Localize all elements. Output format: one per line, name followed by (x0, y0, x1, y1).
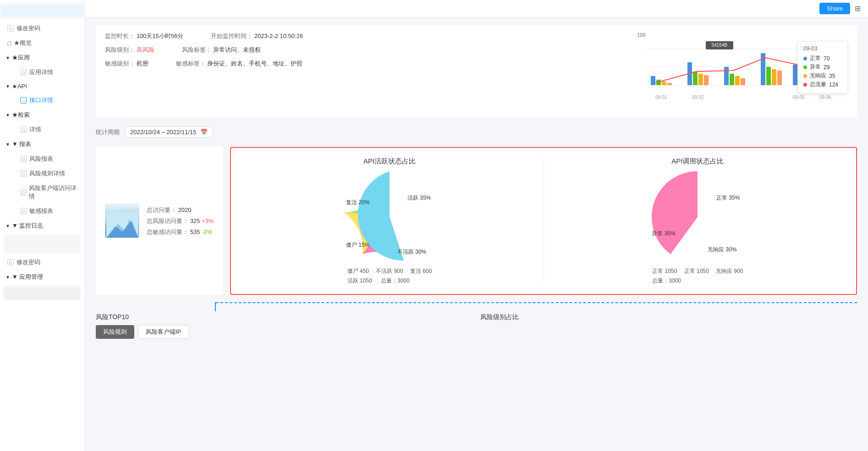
landscape-svg (106, 212, 138, 238)
tooltip-item-normal: 正常 70 (803, 54, 842, 62)
pie-active-title: API活跃状态占比 (363, 157, 416, 166)
start-time-label: 开始监控时间： (211, 33, 253, 39)
total-risk-change: +3% (202, 217, 214, 224)
pie-active-legend: 僵尸 450 不活跃 900 复活 600 活跃 1050 总量：3000 (347, 267, 432, 285)
monitor-risk-level: 风险级别： 高风险 (105, 46, 154, 54)
svg-rect-16 (766, 67, 771, 85)
risk-top10-section: 风险TOP10 风险规则 风险客户端IP (96, 313, 473, 339)
sidebar-group-search[interactable]: ▼ ★检索 (0, 108, 84, 122)
total-visits-label: 总访问量： (147, 206, 176, 213)
sidebar-item-label: 接口详情 (29, 96, 53, 104)
main-scroll-area: 监控时长： 100天15小时56分 开始监控时间： 2023-2-2 10:50… (85, 17, 868, 451)
period-value: 2022/10/24 – 2022/11/15 (130, 129, 197, 136)
sidebar-sub-report: □ 风险报表 □ 风险规则详情 □ 风险客户端访问详情 □ 敏感报表 (0, 152, 84, 218)
call-legend-row-1: 正常 1050 正常 1050 无响应 900 (652, 267, 743, 275)
total-sensitive-line: 总敏感访问量： 535 -2% (147, 228, 214, 236)
share-button[interactable]: Share (819, 3, 850, 14)
sidebar-item-risk-rule-detail[interactable]: □ 风险规则详情 (13, 166, 84, 181)
tooltip-dot-total (803, 83, 807, 87)
tab-risk-clients[interactable]: 风险客户端IP (138, 325, 189, 339)
overview-stats: 总访问量： 2020 总风险访问量： 325 +3% 总敏感访问量： 535 -… (147, 206, 214, 236)
svg-rect-8 (693, 71, 698, 85)
sidebar-group-label: ★API (12, 83, 27, 90)
sidebar-item-sensitive-report[interactable]: □ 敏感报表 (13, 204, 84, 218)
doc-icon: □ (20, 156, 27, 162)
sidebar-item-modify-pwd-1[interactable]: □ 修改密码 (0, 21, 84, 36)
sidebar-item-label: ★概览 (14, 39, 32, 47)
pie-call-title: API调用状态占比 (671, 157, 724, 166)
tooltip-dot-noresp (803, 74, 807, 78)
star-icon: □ (7, 40, 11, 47)
total-risk-label: 总风险访问量： (147, 217, 188, 224)
bottom-section: 风险TOP10 风险规则 风险客户端IP 风险级别占比 (96, 311, 857, 339)
legend-revived: 复活 600 (410, 268, 432, 274)
tooltip-title: 09-03 (803, 45, 842, 52)
doc-icon: □ (20, 189, 26, 196)
sidebar-group-label: ▼ 监控日志 (12, 222, 43, 230)
label-revived: 复活 20% (346, 199, 369, 206)
arrow-icon: ▼ (5, 142, 10, 147)
period-picker[interactable]: 2022/10/24 – 2022/11/15 📅 (125, 126, 213, 138)
svg-rect-3 (651, 76, 655, 85)
tooltip-value-noresp: 35 (829, 73, 835, 79)
sidebar-item-label: 风险客户端访问详情 (29, 184, 77, 201)
duration-value: 100天15小时56分 (137, 33, 184, 39)
doc-icon: □ (20, 97, 27, 103)
sidebar-group-app[interactable]: ▼ ★应用 (0, 50, 84, 65)
monitor-sensitive-level: 敏感级别： 机密 (105, 60, 148, 68)
pie-active-container: API活跃状态占比 活跃 3 (245, 157, 534, 285)
monitor-row-1: 监控时长： 100天15小时56分 开始监控时间： 2023-2-2 10:50… (105, 32, 630, 40)
svg-rect-17 (772, 69, 776, 85)
svg-rect-14 (741, 78, 745, 85)
sidebar-group-monitor-log[interactable]: ▼ ▼ 监控日志 (0, 218, 84, 233)
pie-active-labels: 活跃 35% 不活跃 30% 僵尸 15% 复活 20% (344, 190, 435, 263)
sidebar-item-label: 修改密码 (16, 258, 40, 266)
sidebar-item-overview[interactable]: □ ★概览 (0, 36, 84, 50)
doc-icon: □ (20, 170, 27, 177)
overview-pie-row: 总访问量： 2020 总风险访问量： 325 +3% 总敏感访问量： 535 -… (96, 147, 857, 295)
monitor-row-2: 风险级别： 高风险 风险标签： 异常访问、未授权 (105, 46, 630, 54)
legend-row-1: 僵尸 450 不活跃 900 复活 600 (347, 267, 432, 275)
dashed-separator (216, 302, 857, 303)
sidebar-item-label: 应用详情 (29, 68, 53, 76)
peak-label: 54154B (712, 43, 728, 48)
tooltip-item-abnormal: 异常 29 (803, 63, 842, 71)
monitor-info-left: 监控时长： 100天15小时56分 开始监控时间： 2023-2-2 10:50… (105, 32, 630, 110)
sidebar-group-report[interactable]: ▼ ▼ 报表 (0, 137, 84, 152)
sidebar-item-label: 敏感报表 (29, 207, 53, 215)
tooltip-item-total: 总流量 124 (803, 81, 842, 88)
sidebar-item-modify-pwd-2[interactable]: □ 修改密码 (0, 255, 84, 270)
sidebar-group-api[interactable]: ▼ ★API (0, 80, 84, 93)
sensitive-tags-label: 敏感标签： (176, 60, 206, 67)
total-sensitive-value: 535 (190, 228, 200, 235)
pie-call-legend: 正常 1050 正常 1050 无响应 900 总量：3000 (652, 267, 743, 285)
chart-inner: 100 (637, 32, 848, 110)
sidebar-item-api-detail[interactable]: □ 接口详情 (13, 93, 84, 108)
risk-level-label: 风险级别： (105, 46, 135, 53)
duration-label: 监控时长： (105, 33, 135, 39)
sidebar-group-label: ★应用 (12, 54, 30, 62)
arrow-icon: ▼ (5, 275, 10, 280)
pie-call-container: API调用状态占比 正常 35% 无响应 30% (553, 157, 842, 285)
sidebar-item-search-detail[interactable]: □ 详情 (13, 122, 84, 137)
sidebar-item-risk-client-detail[interactable]: □ 风险客户端访问详情 (13, 181, 84, 204)
chart-tooltip: 09-03 正常 70 异常 29 (797, 41, 848, 93)
sidebar-item-risk-report[interactable]: □ 风险报表 (13, 152, 84, 166)
svg-rect-12 (730, 74, 734, 85)
sidebar-group-label: ▼ 报表 (12, 140, 31, 148)
svg-rect-10 (704, 75, 709, 85)
doc-icon: □ (20, 208, 27, 214)
x-label-4: 09-05 (793, 95, 805, 100)
tab-risk-rules[interactable]: 风险规则 (96, 325, 134, 339)
tooltip-value-abnormal: 29 (824, 64, 830, 71)
sidebar-sub-app: □ 应用详情 (0, 65, 84, 80)
sidebar-group-app-mgmt[interactable]: ▼ ▼ 应用管理 (0, 270, 84, 284)
tooltip-label-normal: 正常 (810, 54, 821, 62)
legend-inactive: 不活跃 900 (376, 268, 403, 274)
settings-icon[interactable]: ⊞ (855, 4, 861, 13)
sidebar-sub-api: □ 接口详情 (0, 93, 84, 108)
sidebar-item-app-detail[interactable]: □ 应用详情 (13, 65, 84, 80)
x-label-1: 09-01 (655, 95, 667, 100)
connector-line (215, 302, 216, 311)
sensitive-level-label: 敏感级别： (105, 60, 135, 67)
